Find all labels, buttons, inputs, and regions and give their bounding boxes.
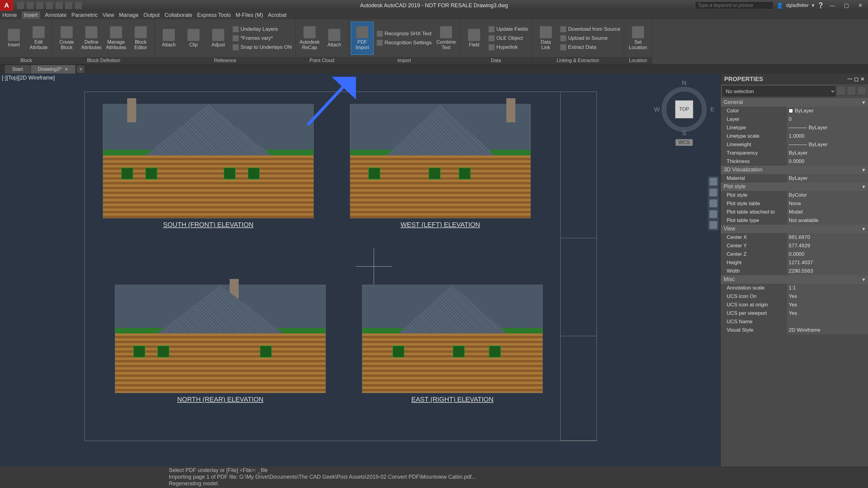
prop-value[interactable]: 0.0000 — [787, 250, 868, 258]
ribbon-ole-object-button[interactable]: OLE Object — [487, 34, 529, 42]
ribbon-tab-manage[interactable]: Manage — [119, 12, 138, 19]
viewcube-east[interactable]: E — [710, 106, 714, 113]
ribbon-clip-button[interactable]: Clip — [182, 22, 205, 55]
qat-saveas-icon[interactable] — [46, 2, 53, 9]
prop-value[interactable]: ByColor — [787, 191, 868, 199]
prop-value[interactable]: 881.6970 — [787, 233, 868, 241]
ribbon-tab-insert[interactable]: Insert — [22, 11, 40, 19]
prop-section-general[interactable]: General▾ — [721, 98, 868, 107]
prop-value[interactable]: 1271.4037 — [787, 258, 868, 267]
prop-section-plot-style[interactable]: Plot style▾ — [721, 183, 868, 191]
prop-value[interactable]: Yes — [787, 292, 868, 301]
properties-autohide-icon[interactable]: ▢ — [854, 76, 859, 82]
prop-value[interactable] — [787, 318, 868, 326]
prop-value[interactable]: 0 — [787, 115, 868, 124]
panel-title[interactable]: Point Cloud — [296, 57, 348, 64]
ribbon--frames-vary--button[interactable]: *Frames vary* — [231, 34, 293, 42]
panel-title[interactable]: Linking & Extraction — [532, 57, 624, 64]
qat-undo-icon[interactable] — [65, 2, 72, 9]
ribbon-edit-attribute-button[interactable]: EditAttribute — [27, 22, 50, 55]
prop-value[interactable]: ByLayer — [787, 107, 868, 115]
ribbon-update-fields-button[interactable]: Update Fields — [487, 25, 529, 33]
prop-value[interactable]: 2290.5563 — [787, 267, 868, 275]
ribbon-underlay-layers-button[interactable]: Underlay Layers — [231, 25, 293, 33]
prop-value[interactable]: Yes — [787, 309, 868, 318]
close-icon[interactable]: ✕ — [64, 67, 68, 72]
wcs-badge[interactable]: WCS — [675, 139, 692, 146]
maximize-button[interactable]: ▢ — [841, 1, 852, 10]
nav-showmotion-icon[interactable] — [710, 221, 717, 229]
qat-new-icon[interactable] — [17, 2, 24, 9]
viewport-label[interactable]: [-][Top][2D Wireframe] — [2, 75, 55, 81]
ribbon-pdf-import-button[interactable]: PDFImport — [351, 22, 374, 55]
ribbon-hyperlink-button[interactable]: Hyperlink — [487, 43, 529, 52]
viewcube-north[interactable]: N — [682, 79, 686, 87]
ribbon-tab-home[interactable]: Home — [2, 12, 17, 19]
prop-value[interactable]: Model — [787, 208, 868, 216]
properties-close-icon[interactable]: ✕ — [861, 76, 864, 82]
ribbon-manage-attributes-button[interactable]: ManageAttributes — [104, 22, 127, 55]
prop-value[interactable]: 1.0000 — [787, 132, 868, 140]
ribbon-snap-to-underlays-on-button[interactable]: Snap to Underlays ON — [231, 43, 293, 52]
properties-pin-icon[interactable]: — — [847, 76, 852, 82]
ribbon-field-button[interactable]: Field — [463, 22, 486, 55]
prop-value[interactable]: 0.0000 — [787, 157, 868, 166]
prop-value[interactable]: Yes — [787, 301, 868, 309]
prop-value[interactable]: 1:1 — [787, 284, 868, 292]
panel-title[interactable]: Import — [348, 57, 460, 64]
panel-title[interactable]: Data — [460, 57, 532, 64]
selectobjects-icon[interactable] — [857, 86, 866, 95]
ribbon-block-editor-button[interactable]: BlockEditor — [129, 22, 152, 55]
ribbon-download-from-source-button[interactable]: Download from Source — [559, 25, 621, 33]
help-search-input[interactable] — [695, 1, 773, 9]
ribbon-autodesk-recap-button[interactable]: AutodeskReCap — [298, 22, 321, 55]
selection-dropdown[interactable]: No selection — [722, 86, 835, 96]
prop-value[interactable]: Not available — [787, 216, 868, 225]
qat-open-icon[interactable] — [27, 2, 34, 9]
prop-value[interactable]: ByLayer — [787, 140, 868, 149]
ribbon-recognize-shx-text-button[interactable]: Recognize SHX Text — [375, 30, 433, 38]
ribbon-data-link-button[interactable]: DataLink — [534, 22, 557, 55]
nav-orbit-icon[interactable] — [710, 210, 717, 218]
panel-title[interactable]: Block Definition — [53, 57, 155, 64]
close-button[interactable]: ✕ — [855, 1, 866, 10]
viewcube-face[interactable]: TOP — [675, 100, 693, 119]
qat-redo-icon[interactable] — [75, 2, 82, 9]
prop-section-misc[interactable]: Misc▾ — [721, 275, 868, 284]
ribbon-attach-button[interactable]: Attach — [157, 22, 180, 55]
help-icon[interactable]: ❔ — [817, 2, 824, 9]
ribbon-tab-output[interactable]: Output — [144, 12, 160, 19]
ribbon-tab-annotate[interactable]: Annotate — [45, 12, 67, 19]
viewcube-west[interactable]: W — [654, 106, 660, 113]
nav-wheel-icon[interactable] — [710, 178, 717, 186]
prop-section-view[interactable]: View▾ — [721, 225, 868, 233]
ribbon-tab-mfilesm[interactable]: M-Files (M) — [236, 12, 263, 19]
prop-value[interactable]: 577.4929 — [787, 241, 868, 250]
ribbon-insert-button[interactable]: Insert — [2, 22, 25, 55]
new-tab-button[interactable]: + — [77, 66, 84, 73]
ribbon-tab-view[interactable]: View — [102, 12, 114, 19]
prop-value[interactable]: None — [787, 199, 868, 208]
drawing-canvas[interactable]: [-][Top][2D Wireframe] SOUTH (FRONT) ELE… — [0, 73, 720, 466]
exchange-icon[interactable]: ▾ — [812, 2, 814, 9]
qat-plot-icon[interactable] — [56, 2, 63, 9]
pickadd-icon[interactable] — [847, 86, 856, 95]
panel-title[interactable]: Block — [0, 57, 53, 64]
ribbon-adjust-button[interactable]: Adjust — [207, 22, 230, 55]
ribbon-tab-acrobat[interactable]: Acrobat — [268, 12, 287, 19]
doc-tab-start[interactable]: Start — [5, 65, 30, 73]
prop-value[interactable]: ByLayer — [787, 174, 868, 183]
ribbon-tab-parametric[interactable]: Parametric — [71, 12, 98, 19]
qat-save-icon[interactable] — [36, 2, 43, 9]
ribbon-define-attributes-button[interactable]: DefineAttributes — [80, 22, 103, 55]
ribbon-attach-button[interactable]: Attach — [323, 22, 346, 55]
ribbon-upload-to-source-button[interactable]: Upload to Source — [559, 34, 621, 42]
ribbon-set-location-button[interactable]: SetLocation — [627, 22, 650, 55]
ribbon-tab-collaborate[interactable]: Collaborate — [164, 12, 192, 19]
viewcube-south[interactable]: S — [682, 130, 686, 137]
prop-value[interactable]: ByLayer — [787, 149, 868, 157]
minimize-button[interactable]: — — [827, 1, 838, 10]
app-icon[interactable]: A — [0, 0, 13, 11]
signin-icon[interactable]: 👤 — [776, 2, 783, 9]
nav-pan-icon[interactable] — [710, 189, 717, 196]
